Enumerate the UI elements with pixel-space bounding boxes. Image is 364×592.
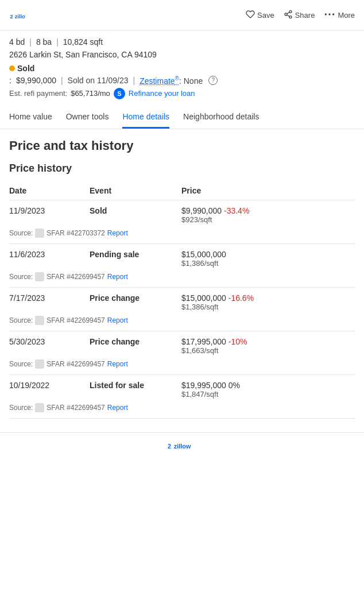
source-link-4[interactable]: Report — [107, 404, 128, 412]
save-button[interactable]: Save — [246, 10, 274, 21]
share-icon — [284, 10, 293, 21]
history-row-3: 5/30/2023 Price change $17,995,000 -10% … — [9, 331, 355, 357]
source-icon-3 — [35, 359, 44, 369]
sold-dot — [9, 65, 15, 71]
history-row-1: 11/6/2023 Pending sale $15,000,000 $1,38… — [9, 244, 355, 270]
sold-date: Sold on 11/09/23 — [68, 76, 129, 85]
main-content: Price and tax history Price history Date… — [0, 129, 364, 432]
tab-neighborhood-details[interactable]: Neighborhood details — [183, 106, 259, 129]
price-history-table: Date Event Price 11/9/2023 Sold $9,990,0… — [9, 181, 355, 419]
refi-label: Est. refi payment: — [9, 89, 67, 98]
refi-amount: $65,713/mo — [71, 89, 110, 98]
footer-logo: 2 zillow — [168, 440, 196, 454]
help-icon[interactable]: ? — [208, 76, 218, 85]
app-header: 2 zillow Save Share — [0, 0, 364, 30]
source-row-3: Source: SFAR #422699457 Report — [9, 357, 355, 374]
price-divider: | — [61, 76, 63, 85]
price-history-title: Price history — [9, 162, 355, 175]
date-0: 11/9/2023 — [9, 206, 90, 224]
price-2: $15,000,000 -16.6% $1,386/sqft — [181, 293, 355, 311]
source-row-4: Source: SFAR #422699457 Report — [9, 401, 355, 418]
date-3: 5/30/2023 — [9, 337, 90, 355]
table-row: 7/17/2023 Price change $15,000,000 -16.6… — [9, 288, 355, 331]
price-value-1: $15,000,000 — [181, 250, 226, 259]
source-link-3[interactable]: Report — [107, 360, 128, 368]
source-link-0[interactable]: Report — [107, 229, 128, 237]
sqft-spec: 10,824 sqft — [63, 37, 103, 47]
tab-home-value[interactable]: Home value — [9, 106, 52, 129]
source-label-0: Source: — [9, 229, 33, 237]
source-id-4: SFAR #422699457 — [47, 404, 104, 412]
source-icon-4 — [35, 403, 44, 412]
price-sqft-0: $923/sqft — [181, 215, 355, 224]
share-button[interactable]: Share — [284, 10, 315, 21]
history-row-4: 10/19/2022 Listed for sale $19,995,000 0… — [9, 375, 355, 401]
page-title: Price and tax history — [9, 138, 355, 153]
more-button[interactable]: More — [324, 10, 355, 21]
zillow-logo-icon: 2 zillow — [9, 7, 25, 23]
sold-label: Sold — [17, 64, 34, 73]
price-colon: : — [9, 76, 11, 85]
source-icon-0 — [35, 229, 44, 238]
price-divider-2: | — [133, 76, 135, 85]
source-id-0: SFAR #422703372 — [47, 229, 104, 237]
price-change-0: -33.4% — [224, 206, 249, 215]
beds-spec: 4 bd — [9, 37, 25, 47]
source-link-2[interactable]: Report — [107, 316, 128, 324]
svg-point-9 — [329, 13, 331, 15]
tab-home-details[interactable]: Home details — [122, 106, 169, 129]
refi-row: Est. refi payment: $65,713/mo S Refinanc… — [9, 88, 355, 99]
zestimate-super: ® — [175, 75, 179, 82]
source-row-1: Source: SFAR #422699457 Report — [9, 270, 355, 287]
source-label-4: Source: — [9, 404, 33, 412]
source-row-2: Source: SFAR #422699457 Report — [9, 314, 355, 331]
refi-link[interactable]: Refinance your loan — [129, 89, 195, 98]
table-header: Date Event Price — [9, 181, 355, 200]
price-row: : $9,990,000 | Sold on 11/09/23 | Zestim… — [9, 75, 355, 86]
event-2: Price change — [90, 293, 181, 311]
svg-point-5 — [289, 16, 292, 18]
source-label-3: Source: — [9, 360, 33, 368]
price-1: $15,000,000 $1,386/sqft — [181, 250, 355, 268]
price-change-2: -16.6% — [229, 293, 254, 303]
svg-text:zillow: zillow — [15, 14, 25, 20]
svg-text:2: 2 — [168, 443, 171, 450]
header-actions: Save Share More — [246, 10, 355, 21]
property-info: 4 bd | 8 ba | 10,824 sqft 2626 Larkin St… — [0, 30, 364, 99]
event-4: Listed for sale — [90, 381, 181, 398]
price-3: $17,995,000 -10% $1,663/sqft — [181, 337, 355, 355]
price-value-0: $9,990,000 — [181, 206, 222, 215]
svg-line-7 — [286, 12, 289, 14]
source-id-3: SFAR #422699457 — [47, 360, 104, 368]
tab-owner-tools[interactable]: Owner tools — [66, 106, 109, 129]
svg-point-4 — [285, 13, 287, 16]
zestimate-label: Zestimate®: None — [140, 75, 203, 86]
svg-point-3 — [289, 10, 292, 13]
price-0: $9,990,000 -33.4% $923/sqft — [181, 206, 355, 224]
price-change-3: -10% — [229, 337, 247, 346]
price-4: $19,995,000 0% $1,847/sqft — [181, 381, 355, 398]
sold-row: Sold — [9, 64, 355, 73]
col-event: Event — [90, 186, 181, 195]
table-row: 11/6/2023 Pending sale $15,000,000 $1,38… — [9, 244, 355, 288]
share-label: Share — [295, 11, 315, 20]
svg-text:zillow: zillow — [174, 443, 191, 450]
source-row-0: Source: SFAR #422703372 Report — [9, 226, 355, 243]
table-row: 11/9/2023 Sold $9,990,000 -33.4% $923/sq… — [9, 200, 355, 244]
event-3: Price change — [90, 337, 181, 355]
more-label: More — [338, 11, 355, 20]
price-value-2: $15,000,000 — [181, 293, 226, 303]
source-icon-2 — [35, 316, 44, 325]
zestimate-value: None — [184, 76, 203, 86]
event-1: Pending sale — [90, 250, 181, 268]
source-icon-1 — [35, 272, 44, 281]
baths-spec: 8 ba — [36, 37, 52, 47]
history-row-2: 7/17/2023 Price change $15,000,000 -16.6… — [9, 288, 355, 314]
price-value-3: $17,995,000 — [181, 337, 226, 346]
zestimate-link[interactable]: Zestimate® — [140, 76, 179, 86]
source-id-2: SFAR #422699457 — [47, 316, 104, 324]
source-link-1[interactable]: Report — [107, 273, 128, 281]
heart-icon — [246, 10, 255, 21]
dots-icon — [324, 10, 335, 21]
svg-point-8 — [325, 13, 327, 15]
